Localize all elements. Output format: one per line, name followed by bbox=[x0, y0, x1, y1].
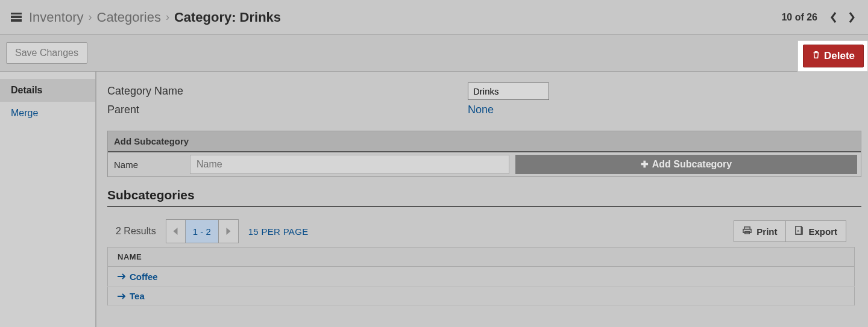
prev-record-button[interactable] bbox=[828, 12, 839, 23]
export-label: Export bbox=[808, 226, 837, 237]
subcategories-heading: Subcategories bbox=[107, 188, 861, 207]
subcategory-link[interactable]: Coffee bbox=[118, 272, 158, 282]
app-icon bbox=[11, 13, 22, 22]
delete-label: Delete bbox=[824, 50, 855, 62]
table-row: Coffee bbox=[108, 267, 855, 287]
export-button[interactable]: x Export bbox=[786, 220, 846, 242]
add-subcategory-title: Add Subcategory bbox=[108, 131, 861, 152]
chevron-right-icon: › bbox=[89, 11, 92, 23]
main-panel: Category Name Parent None Add Subcategor… bbox=[96, 72, 868, 327]
svg-text:x: x bbox=[797, 229, 800, 232]
col-name[interactable]: NAME bbox=[108, 248, 855, 267]
category-name-label: Category Name bbox=[107, 85, 468, 98]
results-count: 2 Results bbox=[116, 226, 156, 237]
breadcrumb-bar: Inventory › Categories › Category: Drink… bbox=[0, 0, 868, 35]
parent-link[interactable]: None bbox=[468, 104, 494, 116]
subcategory-name: Coffee bbox=[130, 272, 158, 282]
sidebar-item-merge[interactable]: Merge bbox=[0, 102, 95, 125]
action-bar: Save Changes Delete bbox=[0, 35, 868, 72]
parent-label: Parent bbox=[107, 104, 468, 116]
add-subcategory-field-label: Name bbox=[112, 160, 187, 170]
print-button[interactable]: Print bbox=[734, 220, 786, 242]
pager: 1 - 2 bbox=[166, 219, 239, 243]
pager-prev[interactable] bbox=[166, 220, 186, 243]
delete-highlight: Delete bbox=[797, 40, 868, 72]
crumb-category-label: Category: bbox=[174, 10, 236, 25]
per-page-link[interactable]: 15 PER PAGE bbox=[248, 226, 309, 237]
results-bar: 2 Results 1 - 2 15 PER PAGE Print bbox=[107, 216, 855, 247]
svg-marker-0 bbox=[173, 228, 177, 235]
subcategory-name: Tea bbox=[130, 291, 145, 301]
trash-icon bbox=[812, 50, 820, 62]
subcategory-name-input[interactable] bbox=[190, 155, 509, 174]
print-label: Print bbox=[756, 226, 777, 237]
svg-rect-3 bbox=[743, 229, 751, 233]
arrow-right-icon bbox=[118, 293, 126, 299]
subcategories-table: NAME Coffee Tea bbox=[107, 247, 855, 306]
crumb-categories[interactable]: Categories bbox=[97, 10, 161, 25]
table-row: Tea bbox=[108, 286, 855, 306]
plus-icon: ✚ bbox=[641, 159, 649, 170]
chevron-right-icon: › bbox=[166, 11, 169, 23]
pager-next[interactable] bbox=[219, 220, 238, 243]
record-counter: 10 of 26 bbox=[781, 12, 817, 23]
arrow-right-icon bbox=[118, 273, 126, 279]
svg-marker-1 bbox=[227, 228, 231, 235]
print-icon bbox=[743, 226, 752, 237]
add-subcategory-button[interactable]: ✚ Add Subcategory bbox=[515, 155, 857, 174]
category-name-input[interactable] bbox=[468, 83, 549, 100]
crumb-current: Drinks bbox=[240, 10, 281, 25]
crumb-inventory[interactable]: Inventory bbox=[29, 10, 84, 25]
next-record-button[interactable] bbox=[846, 12, 857, 23]
delete-button[interactable]: Delete bbox=[803, 45, 864, 67]
save-button[interactable]: Save Changes bbox=[6, 42, 87, 64]
add-subcategory-panel: Add Subcategory Name ✚ Add Subcategory bbox=[107, 131, 861, 177]
subcategory-link[interactable]: Tea bbox=[118, 291, 145, 301]
pager-range[interactable]: 1 - 2 bbox=[186, 220, 219, 243]
sidebar-item-details[interactable]: Details bbox=[0, 79, 95, 102]
add-subcategory-button-label: Add Subcategory bbox=[652, 159, 732, 170]
side-nav: Details Merge bbox=[0, 72, 96, 327]
export-icon: x bbox=[794, 226, 804, 237]
